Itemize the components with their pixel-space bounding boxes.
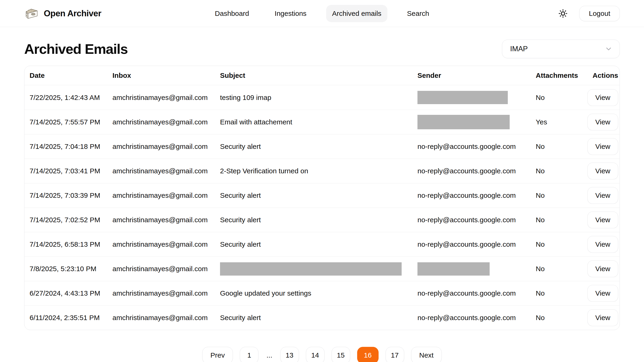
email-inbox: amchristinamayes@gmail.com: [107, 265, 215, 273]
email-subject: Security alert: [215, 216, 412, 224]
pagination-page-14-button[interactable]: 14: [306, 347, 324, 362]
email-subject: 2-Step Verification turned on: [215, 167, 412, 175]
email-attachments: No: [530, 167, 588, 175]
email-subject: Security alert: [215, 314, 412, 322]
email-sender: no-reply@accounts.google.com: [412, 289, 530, 297]
email-inbox: amchristinamayes@gmail.com: [107, 94, 215, 102]
email-date: 7/14/2025, 7:03:41 PM: [24, 167, 107, 175]
table-row: 7/8/2025, 5:23:10 PM amchristinamayes@gm…: [24, 256, 620, 281]
email-subject: Security alert: [215, 240, 412, 248]
main-nav: DashboardIngestionsArchived emailsSearch: [209, 0, 435, 27]
column-header-attachments: Attachments: [530, 72, 588, 80]
column-header-subject: Subject: [215, 72, 412, 80]
email-inbox: amchristinamayes@gmail.com: [107, 118, 215, 126]
email-inbox: amchristinamayes@gmail.com: [107, 143, 215, 151]
view-button[interactable]: View: [588, 285, 618, 302]
table-body: 7/22/2025, 1:42:43 AM amchristinamayes@g…: [24, 85, 620, 330]
nav-item-search[interactable]: Search: [401, 5, 435, 22]
archive-box-logo-icon: [24, 7, 39, 20]
pagination-page-15-button[interactable]: 15: [332, 347, 350, 362]
brand: Open Archiver: [24, 7, 101, 20]
email-sender: no-reply@accounts.google.com: [412, 143, 530, 151]
view-button[interactable]: View: [588, 260, 618, 277]
view-button[interactable]: View: [588, 138, 618, 155]
pagination-page-17-button[interactable]: 17: [386, 347, 404, 362]
column-header-sender: Sender: [412, 72, 530, 80]
mailbox-filter-value: IMAP: [510, 45, 528, 53]
page-title: Archived Emails: [24, 41, 128, 57]
view-button[interactable]: View: [588, 163, 618, 179]
email-subject: [215, 262, 412, 276]
pagination: Prev1...1314151617Next: [0, 347, 644, 362]
chevron-down-icon: [605, 45, 612, 53]
email-inbox: amchristinamayes@gmail.com: [107, 289, 215, 297]
email-sender: no-reply@accounts.google.com: [412, 191, 530, 199]
email-date: 7/14/2025, 7:55:57 PM: [24, 118, 107, 126]
email-attachments: No: [530, 216, 588, 224]
email-actions: View: [588, 260, 620, 277]
redacted-subject: [220, 262, 402, 276]
table-row: 7/14/2025, 7:03:41 PM amchristinamayes@g…: [24, 159, 620, 183]
table-row: 7/22/2025, 1:42:43 AM amchristinamayes@g…: [24, 85, 620, 110]
mailbox-filter-select[interactable]: IMAP: [502, 40, 620, 58]
pagination-ellipsis: ...: [266, 351, 273, 359]
nav-item-dashboard[interactable]: Dashboard: [209, 5, 255, 22]
table-row: 6/11/2024, 2:35:51 PM amchristinamayes@g…: [24, 305, 620, 330]
table-row: 6/27/2024, 4:43:13 PM amchristinamayes@g…: [24, 281, 620, 305]
email-date: 7/14/2025, 7:03:39 PM: [24, 191, 107, 199]
email-sender: no-reply@accounts.google.com: [412, 167, 530, 175]
view-button[interactable]: View: [588, 187, 618, 204]
email-sender: [412, 91, 530, 104]
email-sender: no-reply@accounts.google.com: [412, 314, 530, 322]
nav-item-archived-emails[interactable]: Archived emails: [326, 5, 388, 22]
table-row: 7/14/2025, 7:55:57 PM amchristinamayes@g…: [24, 110, 620, 134]
table-row: 7/14/2025, 6:58:13 PM amchristinamayes@g…: [24, 232, 620, 256]
sun-icon: [558, 9, 568, 19]
nav-item-ingestions[interactable]: Ingestions: [269, 5, 313, 22]
view-button[interactable]: View: [588, 236, 618, 253]
email-attachments: No: [530, 289, 588, 297]
email-actions: View: [588, 187, 620, 204]
email-sender: no-reply@accounts.google.com: [412, 216, 530, 224]
archived-emails-table: Date Inbox Subject Sender Attachments Ac…: [24, 66, 620, 330]
view-button[interactable]: View: [588, 211, 618, 228]
email-inbox: amchristinamayes@gmail.com: [107, 167, 215, 175]
email-attachments: No: [530, 314, 588, 322]
email-inbox: amchristinamayes@gmail.com: [107, 240, 215, 248]
pagination-next-button[interactable]: Next: [411, 347, 442, 362]
pagination-page-16-button[interactable]: 16: [357, 347, 378, 362]
column-header-date: Date: [24, 72, 107, 80]
email-actions: View: [588, 89, 620, 106]
table-row: 7/14/2025, 7:02:52 PM amchristinamayes@g…: [24, 208, 620, 232]
email-date: 6/11/2024, 2:35:51 PM: [24, 314, 107, 322]
logout-button[interactable]: Logout: [579, 6, 620, 21]
pagination-prev-button[interactable]: Prev: [202, 347, 233, 362]
table-header: Date Inbox Subject Sender Attachments Ac…: [24, 66, 620, 85]
navbar-actions: Logout: [558, 6, 620, 21]
email-attachments: No: [530, 240, 588, 248]
table-row: 7/14/2025, 7:04:18 PM amchristinamayes@g…: [24, 134, 620, 159]
email-inbox: amchristinamayes@gmail.com: [107, 191, 215, 199]
email-date: 7/14/2025, 7:04:18 PM: [24, 143, 107, 151]
theme-toggle-button[interactable]: [558, 9, 568, 19]
pagination-page-1-button[interactable]: 1: [240, 347, 258, 362]
email-inbox: amchristinamayes@gmail.com: [107, 216, 215, 224]
email-sender: no-reply@accounts.google.com: [412, 240, 530, 248]
email-attachments: No: [530, 191, 588, 199]
email-subject: Security alert: [215, 143, 412, 151]
email-actions: View: [588, 163, 620, 179]
email-date: 7/22/2025, 1:42:43 AM: [24, 94, 107, 102]
email-subject: testing 109 imap: [215, 94, 412, 102]
email-actions: View: [588, 236, 620, 253]
view-button[interactable]: View: [588, 114, 618, 130]
column-header-actions: Actions: [588, 72, 620, 80]
view-button[interactable]: View: [588, 309, 618, 326]
email-attachments: Yes: [530, 118, 588, 126]
pagination-page-13-button[interactable]: 13: [280, 347, 299, 362]
view-button[interactable]: View: [588, 89, 618, 106]
email-date: 7/14/2025, 6:58:13 PM: [24, 240, 107, 248]
email-sender: [412, 115, 530, 129]
email-subject: Email with attachement: [215, 118, 412, 126]
redacted-sender: [418, 262, 490, 276]
app-title: Open Archiver: [44, 9, 101, 19]
